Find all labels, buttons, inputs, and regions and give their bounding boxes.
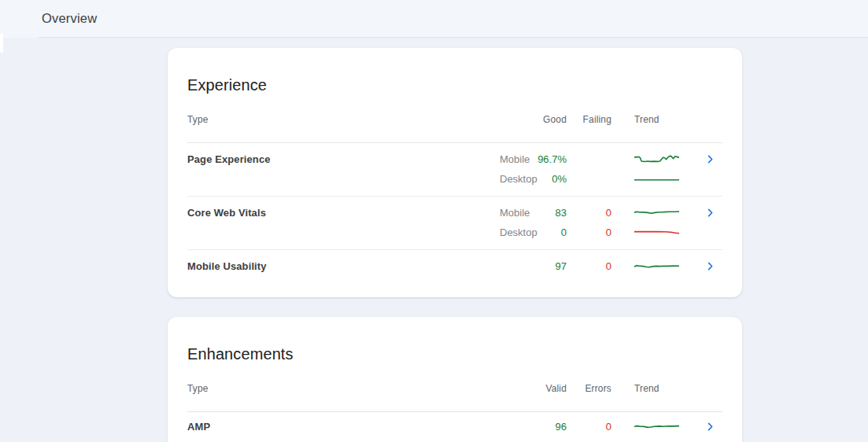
row-chevron-cell: [679, 203, 722, 223]
table-body: AMP 96 0 Breadcrumbs 97 0: [187, 412, 722, 442]
top-bar: Overview: [0, 0, 868, 38]
secondary-value: 0: [567, 260, 611, 272]
row-type-label: AMP: [187, 417, 500, 436]
trend-cell: [634, 421, 679, 433]
table-header: Type Valid Errors Trend: [187, 383, 722, 412]
secondary-value: 0: [567, 421, 611, 433]
row-chevron-cell: [679, 256, 722, 276]
row-type-label: Core Web Vitals: [187, 203, 500, 242]
row-type-label: Page Experience: [187, 149, 500, 189]
column-header-trend: Trend: [634, 383, 679, 403]
column-header-type: Type: [187, 383, 500, 403]
trend-cell: [634, 227, 679, 239]
experience-card: Experience Type Good Failing Trend Page …: [168, 48, 742, 297]
primary-value: 96.7%: [535, 153, 567, 165]
row-chevron-cell: [679, 149, 722, 169]
metric-line: 96 0: [500, 417, 679, 436]
card-title: Enhancements: [187, 344, 722, 364]
column-header-spacer: [500, 383, 535, 403]
page-title: Overview: [42, 0, 97, 37]
metric-line: Desktop 0%: [500, 169, 679, 189]
trend-cell: [634, 260, 679, 273]
trend-cell: [634, 173, 679, 186]
secondary-value: 0: [567, 207, 611, 219]
trend-sparkline: [634, 153, 679, 166]
column-header-failing: Failing: [567, 114, 611, 134]
column-header-errors: Errors: [567, 383, 611, 403]
metric-line: Mobile 83 0: [500, 203, 679, 223]
row-metrics: Mobile 96.7% Desktop 0%: [500, 149, 679, 189]
table-header: Type Good Failing Trend: [187, 114, 722, 143]
primary-value: 0%: [535, 173, 567, 185]
table-row[interactable]: AMP 96 0: [187, 412, 722, 442]
row-type-label: Mobile Usability: [187, 256, 500, 276]
column-header-spacer: [679, 114, 722, 134]
table-row[interactable]: Page Experience Mobile 96.7% Desktop 0%: [187, 143, 722, 197]
row-metrics: Mobile 83 0 Desktop 0 0: [500, 203, 679, 242]
row-detail-button[interactable]: [703, 153, 717, 167]
enhancements-card: Enhancements Type Valid Errors Trend AMP…: [168, 317, 742, 442]
device-label: Desktop: [500, 173, 535, 185]
metric-line: Desktop 0 0: [500, 223, 679, 242]
trend-sparkline: [634, 227, 679, 239]
table-body: Page Experience Mobile 96.7% Desktop 0% …: [187, 143, 722, 283]
trend-sparkline: [634, 260, 679, 273]
trend-cell: [634, 207, 679, 219]
column-header-valid: Valid: [535, 383, 567, 403]
metric-line: Mobile 96.7%: [500, 149, 679, 169]
table-row[interactable]: Core Web Vitals Mobile 83 0 Desktop 0 0: [187, 197, 722, 250]
row-detail-button[interactable]: [703, 260, 717, 274]
row-metrics: 97 0: [500, 256, 679, 276]
chevron-right-icon: [705, 422, 715, 432]
device-label: Mobile: [500, 153, 535, 165]
row-chevron-cell: [679, 417, 722, 436]
row-metrics: 96 0: [500, 417, 679, 436]
card-title: Experience: [187, 75, 722, 95]
primary-value: 96: [535, 421, 567, 433]
chevron-right-icon: [705, 208, 715, 218]
column-header-spacer: [500, 114, 535, 134]
secondary-value: 0: [567, 227, 611, 238]
chevron-right-icon: [705, 154, 715, 164]
chevron-right-icon: [705, 261, 715, 271]
row-detail-button[interactable]: [703, 420, 717, 434]
table-row[interactable]: Mobile Usability 97 0: [187, 250, 722, 283]
trend-sparkline: [634, 421, 679, 433]
metric-line: 97 0: [500, 256, 679, 276]
column-header-spacer: [679, 383, 722, 403]
row-detail-button[interactable]: [703, 206, 717, 220]
primary-value: 0: [535, 227, 567, 238]
device-label: Mobile: [500, 207, 535, 219]
trend-sparkline: [634, 207, 679, 219]
topbar-divider: [38, 37, 868, 38]
primary-value: 83: [535, 207, 567, 219]
trend-cell: [634, 153, 679, 166]
primary-value: 97: [535, 260, 567, 272]
trend-sparkline: [634, 173, 679, 186]
column-header-trend: Trend: [634, 114, 679, 134]
sidebar-scrollbar-thumb[interactable]: [0, 34, 3, 53]
device-label: Desktop: [500, 227, 535, 238]
column-header-type: Type: [187, 114, 500, 134]
column-header-good: Good: [535, 114, 567, 134]
